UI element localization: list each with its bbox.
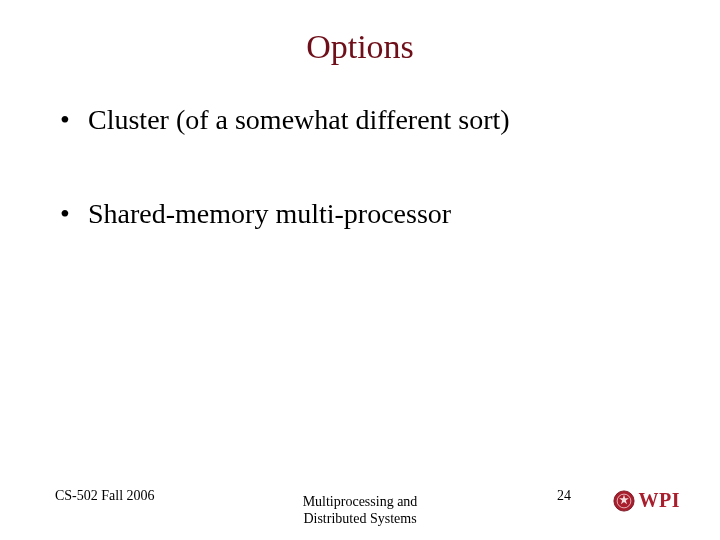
wpi-text: WPI — [639, 489, 681, 512]
bullet-list: Cluster (of a somewhat different sort) S… — [60, 104, 720, 230]
footer-topic-line1: Multiprocessing and — [303, 494, 418, 509]
wpi-seal-icon — [613, 490, 635, 512]
footer-topic: Multiprocessing and Distributed Systems — [303, 493, 418, 528]
footer-topic-line2: Distributed Systems — [303, 511, 416, 526]
slide-title: Options — [0, 28, 720, 66]
footer-course: CS-502 Fall 2006 — [55, 488, 155, 504]
list-item: Shared-memory multi-processor — [60, 198, 720, 230]
list-item: Cluster (of a somewhat different sort) — [60, 104, 720, 136]
page-number: 24 — [557, 488, 571, 504]
wpi-logo: WPI — [613, 489, 681, 512]
